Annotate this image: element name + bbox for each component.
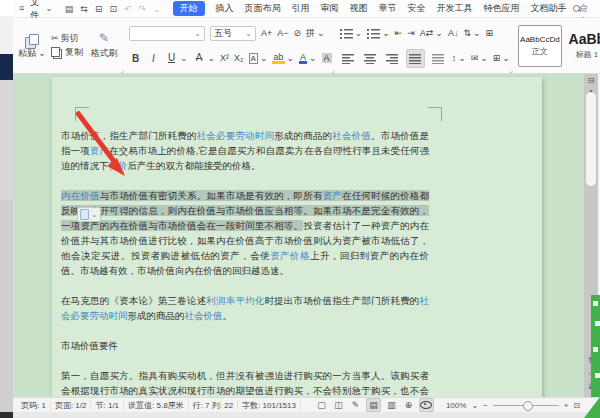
menu-tab[interactable]: 章节 xyxy=(379,2,397,15)
hyperlink[interactable]: 社会价值 xyxy=(185,310,223,321)
style-card[interactable]: AaBb标题 1 xyxy=(565,25,600,67)
font-name-select[interactable]: ⌄ xyxy=(129,26,205,41)
zoom-chevron-icon[interactable]: ⌄ xyxy=(471,401,478,410)
hamburger-menu-icon[interactable]: ≡ xyxy=(19,4,24,13)
character-shading-button[interactable]: A xyxy=(322,53,332,63)
menu-tab[interactable]: 插入 xyxy=(216,2,234,15)
highlight-color-button[interactable]: ab⌄ xyxy=(272,53,294,64)
menu-tab[interactable]: 特色应用 xyxy=(484,2,520,15)
print-preview-icon[interactable]: ⊡ xyxy=(109,4,117,14)
ink-annotation-icon[interactable]: ✎ xyxy=(349,399,362,411)
zoom-slider-knob[interactable] xyxy=(523,401,533,411)
zoom-out-button[interactable]: − xyxy=(483,401,488,410)
decrease-font-button[interactable]: A− xyxy=(277,29,288,38)
hyperlink[interactable]: 资产 xyxy=(323,190,342,201)
increase-indent-button[interactable]: ⇥ xyxy=(407,29,415,38)
insert-table-button[interactable]: ⊞ xyxy=(486,29,494,38)
envelope-button[interactable]: ✉⌄ xyxy=(471,54,488,63)
hyperlink[interactable]: 资产价格 xyxy=(270,250,310,261)
font-color-button[interactable]: A⌄ xyxy=(299,53,317,64)
copy-button[interactable]: 复制 xyxy=(51,47,83,57)
subscript-button[interactable]: X₂ xyxy=(234,54,244,63)
decrease-indent-button[interactable]: ⇤ xyxy=(395,29,403,38)
paste-options-button[interactable]: ⌄ xyxy=(77,207,101,222)
italic-button[interactable]: I xyxy=(147,53,160,64)
chevron-down-icon: ⌄ xyxy=(260,54,268,63)
two-page-view-icon[interactable]: ◫ xyxy=(332,399,345,411)
eye-protection-mode-icon[interactable] xyxy=(419,398,434,412)
font-size-select[interactable]: 五号⌄ xyxy=(210,26,256,41)
paragraph[interactable]: 市场价值，指生产部门所耗费的社会必要劳动时间形成的商品的社会价值。市场价值是指一… xyxy=(61,128,429,173)
undo-icon[interactable]: ↶ xyxy=(124,4,132,14)
menu-tab[interactable]: 引用 xyxy=(292,2,310,15)
margin-corner-mark xyxy=(75,107,89,121)
file-menu-chevron-icon[interactable]: ⌄ xyxy=(45,4,53,13)
ribbon-toolbar: 粘贴⌄ ✂剪切 复制 ✎ 格式刷 ⌟ ⌄ 五号⌄ A+ A− ⊘ xyxy=(13,18,600,74)
underline-button[interactable]: U⌄ xyxy=(165,53,188,63)
fit-page-button[interactable]: ⊡ xyxy=(573,401,580,410)
menu-tab[interactable]: 视图 xyxy=(350,2,368,15)
paragraph[interactable]: 市场价值要件 xyxy=(61,338,429,353)
group-expander[interactable]: ⌟ xyxy=(510,66,513,73)
superscript-button[interactable]: X² xyxy=(220,54,229,63)
save-icon[interactable]: ▤ xyxy=(65,4,74,14)
paragraph[interactable]: 第一，自愿买方。指具有购买动机，但并没有被强迫进行购买的一方当事人。该购买者会根… xyxy=(61,368,429,397)
increase-font-button[interactable]: A+ xyxy=(261,29,272,38)
floating-widget[interactable] xyxy=(591,295,600,397)
menu-tab[interactable]: 页面布局 xyxy=(245,2,281,15)
justify-icon xyxy=(409,53,421,64)
web-view-icon[interactable]: ⊕ xyxy=(402,399,415,411)
numbered-list-button[interactable]: ⌄ xyxy=(367,28,390,39)
menu-tab[interactable]: 开发工具 xyxy=(437,2,473,15)
align-center-button[interactable] xyxy=(362,50,379,67)
justify-button[interactable] xyxy=(406,49,425,68)
align-left-button[interactable] xyxy=(340,50,357,67)
hyperlink[interactable]: 社会必要劳动时间 xyxy=(197,130,275,141)
fullscreen-view-icon[interactable]: ▢ xyxy=(315,399,328,411)
paragraph[interactable]: 内在价值与市场价值有密切关系。如果市场是有效的，即所有资产在任何时候的价格都反映… xyxy=(61,188,429,278)
menu-tab[interactable]: 文档助手 xyxy=(531,2,567,15)
paragraph-spacing-button[interactable]: ⇅⌄ xyxy=(463,29,480,38)
outline-view-icon[interactable]: ▥ xyxy=(385,399,398,411)
character-border-button[interactable]: A⌄ xyxy=(249,53,268,64)
text-direction-button[interactable]: A⇄⌄ xyxy=(420,29,443,38)
redo-icon[interactable]: ↷ xyxy=(139,4,147,14)
output-icon[interactable]: ⇆ xyxy=(80,4,88,14)
style-card[interactable]: AaBbCcDd正文 xyxy=(518,25,562,67)
group-expander[interactable]: ⌟ xyxy=(121,66,124,73)
zoom-slider[interactable] xyxy=(493,405,559,406)
clear-format-button[interactable]: ⊘ xyxy=(294,29,302,38)
hyperlink[interactable]: 内在价值 xyxy=(61,190,100,201)
line-spacing-button[interactable]: ↕⌄ xyxy=(452,54,466,63)
text-run: 在马克思的《资本论》第三卷论述 xyxy=(61,295,206,306)
strikethrough-button[interactable]: A⌄ xyxy=(193,53,216,63)
customize-quickbar-chevron-icon[interactable]: ⌄ xyxy=(153,4,161,14)
borders-button[interactable]: ⊞⌄ xyxy=(493,54,510,63)
cut-button[interactable]: ✂剪切 xyxy=(51,34,83,43)
chevron-down-icon: ⌄ xyxy=(355,29,363,38)
split-handle-icon[interactable]: ⊟ xyxy=(588,77,595,85)
format-painter-button[interactable]: ✎ 格式刷 xyxy=(87,31,121,60)
menu-tab[interactable]: 开始 xyxy=(173,1,205,16)
hyperlink[interactable]: 资产 xyxy=(90,145,109,156)
floating-widget-corner[interactable] xyxy=(584,397,600,418)
hyperlink[interactable]: 利润率平均化 xyxy=(206,295,264,306)
group-expander[interactable]: ⌟ xyxy=(331,66,334,73)
zoom-in-button[interactable]: + xyxy=(564,401,569,410)
print-icon[interactable]: ⊟ xyxy=(95,4,103,14)
zoom-level[interactable]: 100% xyxy=(446,401,466,410)
paragraph[interactable]: 在马克思的《资本论》第三卷论述利润率平均化时提出市场价值指生产部门所耗费的社会必… xyxy=(61,293,429,323)
bullet-list-button[interactable]: ⌄ xyxy=(340,28,363,39)
hyperlink[interactable]: 竞价 xyxy=(109,160,128,171)
paste-button[interactable]: 粘贴⌄ xyxy=(17,31,47,60)
align-right-button[interactable] xyxy=(384,50,401,67)
distribute-button[interactable] xyxy=(430,50,447,67)
menu-tab[interactable]: 安全 xyxy=(408,2,426,15)
page-view-icon[interactable]: ▤ xyxy=(366,398,381,412)
menu-tab[interactable]: 审阅 xyxy=(321,2,339,15)
hyperlink[interactable]: 社会价值 xyxy=(332,130,371,141)
bold-button[interactable]: B xyxy=(129,53,142,64)
phonetic-guide-button[interactable]: 拼⌄ xyxy=(306,29,325,38)
sort-button[interactable]: A↓ xyxy=(448,29,459,38)
scrollbar-thumb[interactable] xyxy=(586,92,596,186)
